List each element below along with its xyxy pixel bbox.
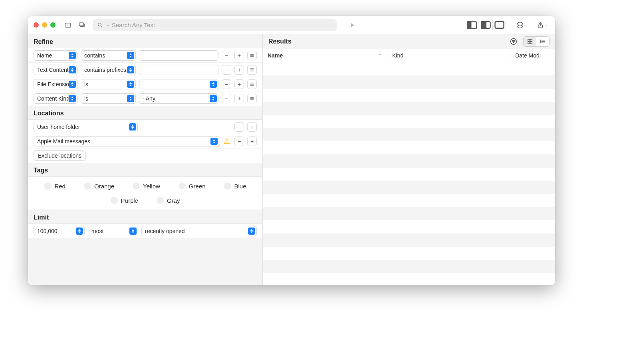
search-icon	[97, 22, 103, 28]
tag-gray[interactable]: Gray	[157, 197, 180, 204]
refine-value-input[interactable]	[139, 65, 218, 75]
results-filter-button[interactable]	[508, 37, 519, 46]
refine-row-content-kind: Content Kind is - Any − +	[28, 91, 262, 106]
locations-rows: User home folder − + Apple Mail messages…	[28, 120, 262, 163]
svg-point-40	[541, 43, 542, 44]
row-options-button[interactable]	[247, 94, 257, 103]
column-header-date-modified[interactable]: Date Modi	[510, 49, 555, 62]
exclude-locations-button[interactable]: Exclude locations	[34, 150, 86, 161]
remove-row-button[interactable]: −	[222, 94, 231, 103]
run-button[interactable]	[346, 20, 358, 31]
search-input[interactable]	[112, 22, 333, 28]
svg-point-39	[541, 41, 542, 42]
refine-op-popup[interactable]: contains prefixes	[81, 65, 136, 75]
refine-attr-popup[interactable]: Text Content	[34, 65, 77, 75]
add-row-button[interactable]: +	[234, 79, 244, 89]
app-window: ⌄ ⌄ ⌄ Refine Name co	[28, 16, 555, 285]
results-panel: Results Name ⌃ Kind Date Modi	[263, 34, 555, 285]
location-popup[interactable]: Apple Mail messages	[34, 136, 219, 146]
results-view-segmented-control	[523, 36, 550, 47]
limit-order-popup[interactable]: most	[88, 226, 138, 236]
tag-purple[interactable]: Purple	[111, 197, 138, 204]
search-field-container: ⌄	[93, 19, 337, 31]
tag-yellow[interactable]: Yellow	[133, 182, 160, 190]
results-title: Results	[268, 38, 292, 45]
refine-value-input[interactable]	[139, 50, 218, 61]
layout-left-panel-button[interactable]	[465, 20, 479, 30]
tag-green[interactable]: Green	[179, 182, 206, 190]
refine-row-file-extension: File Extension is − +	[28, 77, 262, 91]
add-row-button[interactable]: +	[234, 65, 244, 75]
results-header: Results	[263, 34, 555, 49]
grid-icon	[527, 38, 533, 45]
more-options-button[interactable]: ⌄	[514, 20, 530, 30]
locations-section-title: Locations	[28, 106, 262, 120]
remove-row-button[interactable]: −	[222, 79, 231, 89]
refine-attr-popup[interactable]: File Extension	[34, 79, 77, 89]
remove-location-button[interactable]: −	[234, 136, 244, 146]
minimize-window-button[interactable]	[42, 22, 47, 28]
window-layout-button[interactable]	[76, 20, 88, 31]
svg-rect-8	[468, 22, 471, 28]
refine-value-popup[interactable]: - Any	[139, 93, 218, 104]
svg-rect-3	[79, 23, 84, 26]
row-options-button[interactable]	[247, 51, 257, 60]
limit-rows: 100,000 most recently opened	[28, 224, 262, 238]
remove-row-button[interactable]: −	[222, 51, 231, 60]
refine-attr-popup[interactable]: Content Kind	[34, 93, 77, 104]
refine-op-popup[interactable]: is	[81, 93, 136, 104]
column-header-name[interactable]: Name ⌃	[263, 49, 387, 62]
add-location-button[interactable]: +	[247, 122, 257, 132]
remove-location-button[interactable]: −	[234, 122, 244, 132]
add-row-button[interactable]: +	[234, 51, 244, 60]
limit-by-popup[interactable]: recently opened	[141, 226, 257, 236]
add-row-button[interactable]: +	[234, 94, 244, 103]
refine-section-title: Refine	[28, 34, 262, 48]
refine-op-popup[interactable]: contains	[81, 50, 136, 61]
filter-circle-icon	[510, 38, 518, 46]
refine-attr-popup[interactable]: Name	[34, 50, 77, 61]
svg-point-16	[521, 25, 522, 26]
limit-section-title: Limit	[28, 210, 262, 224]
tag-red[interactable]: Red	[44, 182, 65, 190]
svg-point-14	[518, 25, 519, 26]
sort-ascending-icon: ⌃	[379, 53, 382, 58]
column-header-kind[interactable]: Kind	[387, 49, 510, 62]
layout-split-button[interactable]	[479, 20, 492, 30]
search-scope-chevron-icon[interactable]: ⌄	[106, 23, 109, 27]
location-popup[interactable]: User home folder	[34, 122, 138, 132]
grid-view-button[interactable]	[524, 37, 536, 46]
tag-blue[interactable]: Blue	[224, 182, 246, 190]
location-row: Apple Mail messages ⚠︎ − +	[28, 134, 262, 148]
window-controls	[34, 22, 56, 28]
add-location-button[interactable]: +	[247, 136, 257, 146]
svg-rect-35	[530, 40, 532, 42]
tags-area: Red Orange Yellow Green Blue Purple Gray	[28, 177, 262, 210]
row-options-button[interactable]	[247, 79, 257, 89]
warning-icon: ⚠︎	[222, 137, 231, 146]
remove-row-button[interactable]: −	[222, 65, 231, 75]
limit-count-popup[interactable]: 100,000	[34, 226, 85, 236]
list-icon	[540, 38, 546, 45]
results-table-body[interactable]	[263, 62, 555, 285]
svg-rect-12	[495, 22, 504, 28]
svg-rect-34	[528, 40, 530, 42]
row-options-button[interactable]	[247, 65, 257, 75]
svg-marker-6	[351, 23, 354, 27]
refine-panel: Refine Name contains − + Text Content co…	[28, 34, 263, 285]
refine-op-popup[interactable]: is	[81, 79, 136, 89]
limit-row: 100,000 most recently opened	[28, 224, 262, 238]
tag-orange[interactable]: Orange	[84, 182, 114, 190]
list-view-button[interactable]	[536, 37, 549, 46]
refine-value-popup[interactable]	[139, 79, 218, 89]
share-icon	[537, 22, 544, 29]
ellipsis-circle-icon	[516, 21, 524, 29]
layout-right-panel-button[interactable]	[492, 20, 506, 30]
svg-rect-11	[482, 22, 486, 28]
zoom-window-button[interactable]	[50, 22, 56, 28]
refine-rows: Name contains − + Text Content contains …	[28, 48, 262, 106]
content-body: Refine Name contains − + Text Content co…	[28, 34, 555, 285]
share-button[interactable]: ⌄	[535, 21, 550, 30]
toggle-sidebar-button[interactable]	[62, 20, 74, 31]
close-window-button[interactable]	[34, 22, 39, 28]
